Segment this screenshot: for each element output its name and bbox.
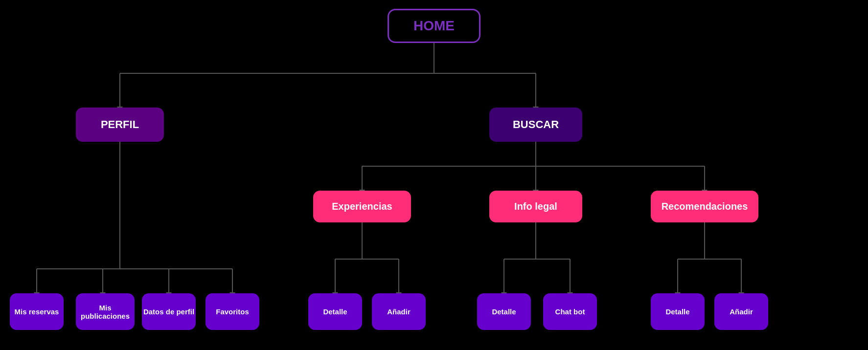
mis-reservas-node[interactable]: Mis reservas [10,293,64,330]
detalle-exp-node[interactable]: Detalle [308,293,362,330]
mis-reservas-label: Mis reservas [15,307,59,316]
detalle-exp-label: Detalle [323,307,347,316]
tree-diagram: HOME PERFIL BUSCAR Experiencias Info leg… [0,0,868,350]
buscar-node[interactable]: BUSCAR [489,108,582,142]
chat-bot-node[interactable]: Chat bot [543,293,597,330]
mis-publicaciones-node[interactable]: Mis publicaciones [76,293,135,330]
info-legal-node[interactable]: Info legal [489,191,582,222]
mis-publicaciones-label: Mis publicaciones [76,304,135,320]
anadir-exp-label: Añadir [387,307,411,316]
detalle-info-node[interactable]: Detalle [477,293,531,330]
datos-perfil-label: Datos de perfil [143,307,194,316]
anadir-exp-node[interactable]: Añadir [372,293,426,330]
detalle-rec-label: Detalle [665,307,689,316]
anadir-rec-label: Añadir [730,307,753,316]
favoritos-node[interactable]: Favoritos [206,293,259,330]
detalle-rec-node[interactable]: Detalle [651,293,705,330]
detalle-info-label: Detalle [492,307,516,316]
home-node[interactable]: HOME [388,9,480,43]
buscar-label: BUSCAR [513,118,559,131]
perfil-node[interactable]: PERFIL [76,108,164,142]
recomendaciones-label: Recomendaciones [662,201,748,212]
info-legal-label: Info legal [514,201,557,212]
datos-perfil-node[interactable]: Datos de perfil [142,293,196,330]
chat-bot-label: Chat bot [555,307,585,316]
experiencias-label: Experiencias [332,201,392,212]
perfil-label: PERFIL [101,118,139,131]
anadir-rec-node[interactable]: Añadir [714,293,768,330]
home-label: HOME [413,18,455,34]
recomendaciones-node[interactable]: Recomendaciones [651,191,758,222]
experiencias-node[interactable]: Experiencias [313,191,411,222]
favoritos-label: Favoritos [216,307,249,316]
